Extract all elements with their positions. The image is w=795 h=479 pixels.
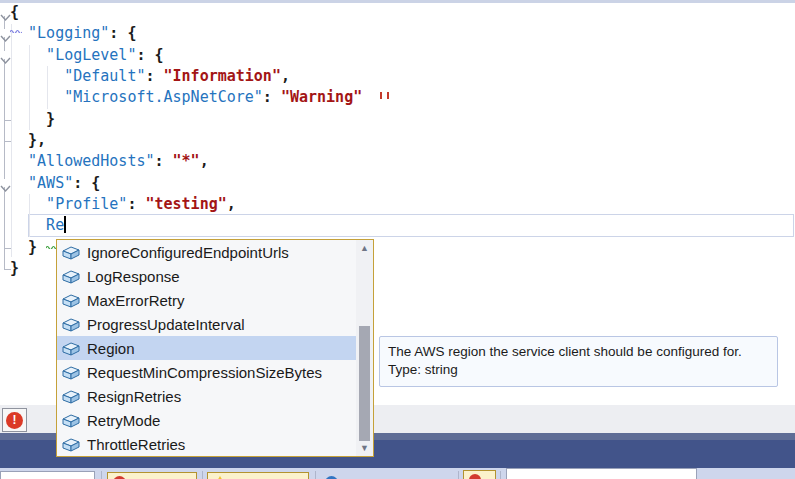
completion-item-label: Region	[87, 340, 135, 357]
code-token: },	[28, 131, 46, 149]
property-icon	[62, 317, 80, 332]
errors-filter-icon	[113, 476, 126, 479]
vs-editor-window: {"Logging": {"LogLevel": {"Default": "In…	[0, 0, 795, 479]
code-line[interactable]: },	[28, 130, 46, 152]
fold-close-tick	[4, 141, 11, 142]
code-token: :	[127, 195, 145, 213]
code-token: "AllowedHosts"	[28, 152, 154, 170]
scroll-down-icon[interactable]: ▼	[356, 440, 373, 456]
completion-item-LogResponse[interactable]: LogResponse	[57, 264, 356, 288]
code-line[interactable]: }	[46, 109, 55, 131]
completion-item-MaxErrorRetry[interactable]: MaxErrorRetry	[57, 288, 356, 312]
fold-chevron-icon[interactable]	[0, 179, 11, 187]
code-line[interactable]: }	[28, 237, 37, 259]
error-list-toolbar	[0, 468, 795, 479]
code-token: "Profile"	[46, 195, 127, 213]
messages-filter-button[interactable]	[320, 472, 410, 479]
code-line[interactable]: "AllowedHosts": "*",	[28, 151, 209, 173]
intellisense-completion-list[interactable]: IgnoreConfiguredEndpointUrls LogResponse…	[56, 239, 374, 457]
code-token: "*"	[173, 152, 200, 170]
code-token: "Warning"	[281, 88, 362, 106]
toolbar-separator	[101, 471, 102, 479]
indent-guide	[29, 194, 30, 237]
tooltip-type: Type: string	[388, 361, 769, 379]
code-token: : {	[73, 174, 100, 192]
info-squiggle	[10, 19, 22, 23]
completion-item-label: IgnoreConfiguredEndpointUrls	[87, 244, 289, 261]
code-token: :	[263, 88, 281, 106]
warnings-filter-button[interactable]	[207, 472, 309, 479]
code-line[interactable]: }	[10, 258, 19, 280]
code-token: "testing"	[145, 195, 226, 213]
error-indicator-badge[interactable]: !	[2, 408, 27, 432]
error-icon: !	[6, 412, 23, 429]
error-list-search-input[interactable]	[506, 468, 697, 479]
code-token: "Microsoft.AspNetCore"	[64, 88, 263, 106]
completion-item-ProgressUpdateInterval[interactable]: ProgressUpdateInterval	[57, 312, 356, 336]
code-token: ,	[281, 67, 290, 85]
indent-guide	[29, 45, 30, 130]
code-token: : {	[109, 24, 136, 42]
scope-combo[interactable]	[0, 471, 95, 479]
completion-item-label: ThrottleRetries	[87, 436, 185, 453]
indent-guide	[47, 66, 48, 109]
scrollbar-thumb[interactable]	[359, 326, 370, 441]
completion-item-RequestMinCompressionSizeBytes[interactable]: RequestMinCompressionSizeBytes	[57, 360, 356, 384]
toolbar-separator	[315, 471, 316, 479]
error-mark	[380, 92, 389, 99]
code-token: : {	[136, 46, 163, 64]
completion-item-Region[interactable]: Region	[57, 336, 356, 360]
code-token: "Default"	[64, 67, 145, 85]
code-line[interactable]: "Logging": {	[28, 23, 136, 45]
toolbar-separator	[458, 471, 459, 479]
property-icon	[62, 341, 80, 356]
completion-item-IgnoreConfiguredEndpointUrls[interactable]: IgnoreConfiguredEndpointUrls	[57, 240, 356, 264]
text-caret	[64, 216, 66, 233]
property-icon	[62, 293, 80, 308]
messages-filter-icon	[325, 476, 338, 479]
completion-item-ResignRetries[interactable]: ResignRetries	[57, 384, 356, 408]
completion-item-ThrottleRetries[interactable]: ThrottleRetries	[57, 432, 356, 456]
completion-item-label: RequestMinCompressionSizeBytes	[87, 364, 322, 381]
code-token: }	[46, 110, 55, 128]
code-line[interactable]: "AWS": {	[28, 173, 100, 195]
code-line[interactable]: Re	[46, 215, 66, 237]
completion-item-label: ProgressUpdateInterval	[87, 316, 245, 333]
property-icon	[62, 269, 80, 284]
property-icon	[62, 437, 80, 452]
current-line-highlight	[28, 214, 794, 237]
code-token: "Logging"	[28, 24, 109, 42]
completion-item-label: RetryMode	[87, 412, 160, 429]
completion-item-label: ResignRetries	[87, 388, 181, 405]
property-icon	[62, 365, 80, 380]
tooltip-description: The AWS region the service client should…	[388, 343, 769, 361]
code-token: ,	[200, 152, 209, 170]
property-icon	[62, 389, 80, 404]
completion-item-label: MaxErrorRetry	[87, 292, 185, 309]
fold-chevron-icon[interactable]	[0, 51, 11, 59]
completion-item-label: LogResponse	[87, 268, 180, 285]
errors-filter-button[interactable]	[107, 472, 197, 479]
code-line[interactable]: "LogLevel": {	[46, 45, 163, 67]
scroll-up-icon[interactable]: ▲	[356, 240, 373, 256]
code-token: }	[10, 259, 19, 277]
code-token: "LogLevel"	[46, 46, 136, 64]
code-token: }	[28, 238, 37, 256]
toolbar-separator	[500, 471, 501, 479]
code-line[interactable]: "Profile": "testing",	[46, 194, 236, 216]
code-line[interactable]: "Default": "Information",	[64, 66, 290, 88]
code-token: "Information"	[164, 67, 281, 85]
indent-guide	[11, 24, 12, 257]
code-token: :	[145, 67, 163, 85]
completion-item-RetryMode[interactable]: RetryMode	[57, 408, 356, 432]
error-badge-icon	[469, 474, 481, 479]
code-token: Re	[46, 216, 64, 234]
completion-scrollbar[interactable]: ▲ ▼	[356, 240, 373, 456]
code-line[interactable]: "Microsoft.AspNetCore": "Warning"	[64, 87, 362, 109]
completion-tooltip: The AWS region the service client should…	[379, 336, 778, 387]
fold-close-tick	[4, 248, 11, 249]
code-token: :	[154, 152, 172, 170]
error-badge-button[interactable]	[463, 470, 496, 479]
property-icon	[62, 413, 80, 428]
toolbar-separator	[202, 471, 203, 479]
